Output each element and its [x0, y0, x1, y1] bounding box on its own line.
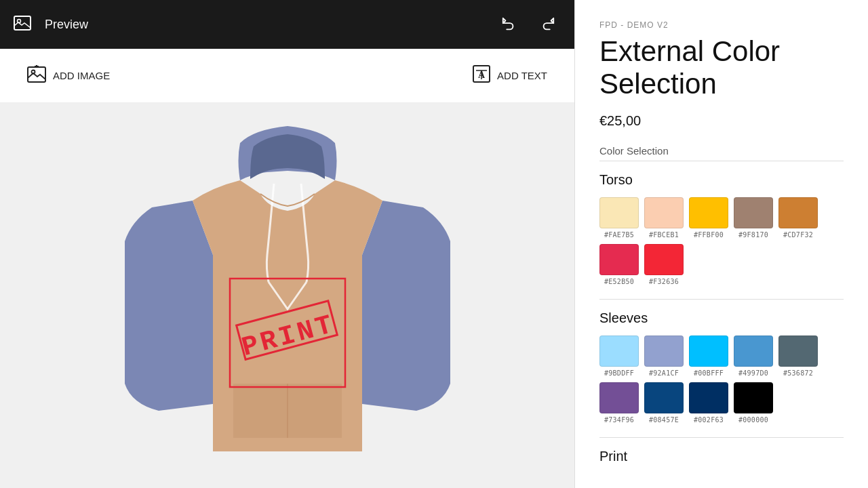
add-text-label: ADD TEXT: [497, 70, 547, 81]
torso-swatch-1[interactable]: #FBCEB1: [644, 197, 684, 239]
color-selection-label: Color Selection: [599, 145, 844, 157]
product-title: External Color Selection: [599, 35, 844, 101]
sleeves-swatch-box-6: [644, 382, 684, 413]
torso-swatch-box-2: [689, 197, 728, 228]
torso-swatch-box-3: [734, 197, 773, 228]
sleeves-swatch-label-5: #734F96: [604, 416, 634, 424]
preview-icon: [14, 16, 31, 34]
redo-button[interactable]: [535, 12, 561, 37]
sleeves-swatch-6[interactable]: #08457E: [644, 382, 684, 424]
add-image-icon: [27, 65, 46, 87]
torso-swatch-box-0: [599, 197, 639, 228]
svg-rect-0: [14, 16, 31, 30]
sleeves-swatch-label-1: #92A1CF: [649, 369, 679, 377]
sleeves-swatch-label-6: #08457E: [649, 416, 679, 424]
torso-swatch-0[interactable]: #FAE7B5: [599, 197, 639, 239]
torso-swatch-6[interactable]: #F32636: [644, 244, 684, 285]
add-image-label: ADD IMAGE: [53, 70, 110, 81]
sleeves-swatch-4[interactable]: #536872: [778, 336, 818, 377]
sleeves-swatch-box-7: [689, 382, 728, 413]
sleeves-swatch-label-3: #4997D0: [738, 369, 768, 377]
add-text-icon: A: [473, 65, 490, 87]
sleeves-swatch-3[interactable]: #4997D0: [734, 336, 773, 377]
print-section: Print: [599, 437, 844, 464]
torso-swatch-label-3: #9F8170: [738, 231, 768, 239]
sleeves-swatch-box-5: [599, 382, 639, 413]
torso-swatch-5[interactable]: #E52B50: [599, 244, 639, 285]
sleeves-swatch-label-8: #000000: [738, 416, 768, 424]
torso-swatch-3[interactable]: #9F8170: [734, 197, 773, 239]
add-text-button[interactable]: A ADD TEXT: [473, 60, 547, 92]
divider-print: [599, 437, 844, 438]
sleeves-swatch-5[interactable]: #734F96: [599, 382, 639, 424]
sleeves-swatch-box-4: [778, 336, 818, 367]
add-image-button[interactable]: ADD IMAGE: [27, 60, 110, 92]
torso-swatch-box-4: [778, 197, 818, 228]
divider-torso: [599, 161, 844, 161]
fpd-brand: FPD - DEMO V2: [599, 20, 844, 30]
torso-swatch-box-1: [644, 197, 684, 228]
sleeves-title: Sleeves: [599, 310, 844, 326]
svg-rect-2: [28, 67, 45, 82]
sleeves-swatch-0[interactable]: #9BDDFF: [599, 336, 639, 377]
hoodie-svg: PRINT: [118, 119, 457, 472]
left-panel: Preview: [0, 0, 575, 488]
sleeves-swatch-1[interactable]: #92A1CF: [644, 336, 684, 377]
canvas-area: PRINT: [0, 103, 574, 488]
sleeves-swatch-8[interactable]: #000000: [734, 382, 773, 424]
sleeves-swatch-2[interactable]: #00BFFF: [689, 336, 728, 377]
torso-title: Torso: [599, 172, 844, 188]
torso-swatch-box-5: [599, 244, 639, 275]
torso-swatch-label-1: #FBCEB1: [649, 231, 679, 239]
torso-swatch-4[interactable]: #CD7F32: [778, 197, 818, 239]
sleeves-swatch-box-2: [689, 336, 728, 367]
torso-swatch-label-6: #F32636: [649, 278, 679, 285]
sleeves-swatch-box-8: [734, 382, 773, 413]
action-bar: ADD IMAGE A ADD TEXT: [0, 49, 574, 103]
sleeves-swatch-label-7: #002F63: [694, 416, 724, 424]
product-price: €25,00: [599, 113, 844, 129]
sleeves-swatch-label-0: #9BDDFF: [604, 369, 634, 377]
sleeves-swatch-box-1: [644, 336, 684, 367]
torso-swatch-label-2: #FFBF00: [694, 231, 724, 239]
torso-swatch-label-5: #E52B50: [604, 278, 634, 285]
sleeves-color-grid: #9BDDFF #92A1CF #00BFFF #4997D0 #536872 …: [599, 336, 844, 424]
sleeves-swatch-label-2: #00BFFF: [694, 369, 724, 377]
right-panel: FPD - DEMO V2 External Color Selection €…: [575, 0, 868, 488]
sleeves-swatch-box-0: [599, 336, 639, 367]
sleeves-swatch-label-4: #536872: [783, 369, 813, 377]
torso-section: Torso #FAE7B5 #FBCEB1 #FFBF00 #9F8170 #C…: [599, 172, 844, 285]
undo-button[interactable]: [496, 12, 521, 37]
torso-swatch-label-0: #FAE7B5: [604, 231, 634, 239]
sleeves-swatch-box-3: [734, 336, 773, 367]
sleeves-section: Sleeves #9BDDFF #92A1CF #00BFFF #4997D0 …: [599, 299, 844, 424]
torso-color-grid: #FAE7B5 #FBCEB1 #FFBF00 #9F8170 #CD7F32 …: [599, 197, 844, 285]
preview-label: Preview: [45, 18, 88, 32]
torso-swatch-label-4: #CD7F32: [783, 231, 813, 239]
toolbar: Preview: [0, 0, 574, 49]
divider-sleeves: [599, 299, 844, 300]
torso-swatch-box-6: [644, 244, 684, 275]
torso-swatch-2[interactable]: #FFBF00: [689, 197, 728, 239]
print-title: Print: [599, 449, 844, 464]
sleeves-swatch-7[interactable]: #002F63: [689, 382, 728, 424]
hoodie-container: PRINT: [77, 106, 498, 485]
